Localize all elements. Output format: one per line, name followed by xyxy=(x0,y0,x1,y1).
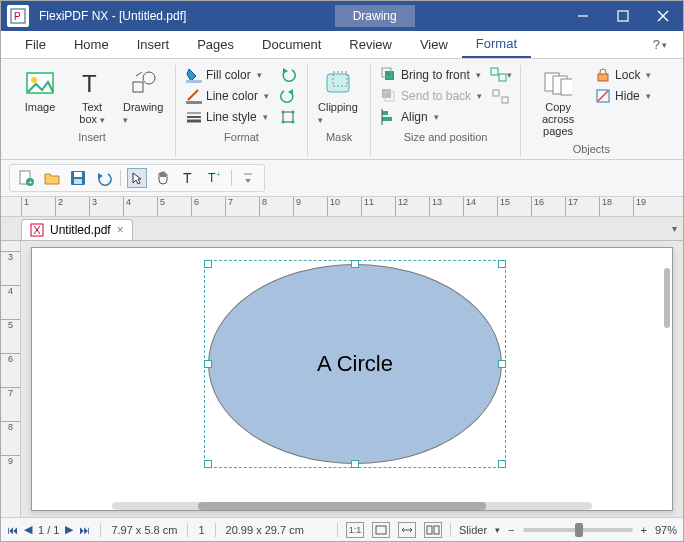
svg-rect-47 xyxy=(74,179,82,184)
tab-view[interactable]: View xyxy=(406,31,462,58)
svg-point-20 xyxy=(292,111,295,114)
qa-new-button[interactable]: + xyxy=(16,168,36,188)
handle-bm[interactable] xyxy=(351,460,359,468)
tab-file[interactable]: File xyxy=(11,31,60,58)
handle-bl[interactable] xyxy=(204,460,212,468)
close-button[interactable] xyxy=(643,1,683,31)
page[interactable]: A Circle xyxy=(31,247,673,511)
page-last-button[interactable]: ⏭ xyxy=(79,524,90,536)
tab-review[interactable]: Review xyxy=(335,31,406,58)
handle-ml[interactable] xyxy=(204,360,212,368)
bring-to-front-button[interactable]: Bring to front▾ xyxy=(379,65,484,85)
line-style-button[interactable]: Line style▾ xyxy=(184,107,271,127)
page-first-button[interactable]: ⏮ xyxy=(7,524,18,536)
zoom-slider[interactable] xyxy=(523,528,633,532)
handle-br[interactable] xyxy=(498,460,506,468)
insert-image-label: Image xyxy=(25,101,56,113)
lock-button[interactable]: Lock▾ xyxy=(593,65,653,85)
ruler-tick: 6 xyxy=(191,197,199,216)
hscroll-thumb[interactable] xyxy=(198,502,486,510)
svg-rect-46 xyxy=(74,172,82,177)
document-tab[interactable]: Untitled.pdf × xyxy=(21,219,133,240)
qa-text-button[interactable]: T xyxy=(179,168,199,188)
tab-insert[interactable]: Insert xyxy=(123,31,184,58)
ruler-vtick: 6 xyxy=(1,353,20,364)
ruler-vtick: 8 xyxy=(1,421,20,432)
page-prev-button[interactable]: ◀ xyxy=(24,523,32,536)
qa-hand-button[interactable] xyxy=(153,168,173,188)
ruler-horizontal[interactable]: /* ticks populated below */ 123456789101… xyxy=(1,197,683,217)
canvas[interactable]: A Circle xyxy=(21,241,683,517)
group-button[interactable]: ▾ xyxy=(490,65,512,85)
qa-pointer-button[interactable] xyxy=(127,168,147,188)
qa-text-add-button[interactable]: T+ xyxy=(205,168,225,188)
document-tab-close[interactable]: × xyxy=(117,223,124,237)
fill-color-label: Fill color xyxy=(206,68,251,82)
view-facing-button[interactable] xyxy=(424,522,442,538)
tab-pages[interactable]: Pages xyxy=(183,31,248,58)
zoom-slider-knob[interactable] xyxy=(575,523,583,537)
document-area: /* ticks populated below */ 123456789101… xyxy=(1,197,683,517)
maximize-button[interactable] xyxy=(603,1,643,31)
insert-image-button[interactable]: Image xyxy=(17,65,63,115)
qa-save-button[interactable] xyxy=(68,168,88,188)
titlebar: P FlexiPDF NX - [Untitled.pdf] Drawing xyxy=(1,1,683,31)
copy-across-pages-button[interactable]: Copy across pages xyxy=(529,65,587,139)
insert-textbox-label: Text box xyxy=(79,101,104,125)
qa-undo-button[interactable] xyxy=(94,168,114,188)
send-to-back-button[interactable]: Send to back▾ xyxy=(379,86,484,106)
ellipse-shape[interactable]: A Circle xyxy=(208,264,502,464)
handle-tm[interactable] xyxy=(351,260,359,268)
handle-tl[interactable] xyxy=(204,260,212,268)
clipping-button[interactable]: Clipping xyxy=(316,65,362,127)
tab-document[interactable]: Document xyxy=(248,31,335,58)
group-format-label: Format xyxy=(224,129,259,145)
zoom-in-button[interactable]: + xyxy=(641,524,647,536)
svg-rect-29 xyxy=(382,111,388,115)
page-counter[interactable]: 1 / 1 xyxy=(38,524,59,536)
shape-text: A Circle xyxy=(317,351,393,377)
ruler-vertical[interactable]: 3456789 xyxy=(1,241,21,517)
svg-rect-3 xyxy=(618,11,628,21)
selected-shape[interactable]: A Circle xyxy=(208,264,502,464)
svg-rect-27 xyxy=(382,89,391,98)
fill-color-button[interactable]: Fill color▾ xyxy=(184,65,271,85)
horizontal-scrollbar[interactable] xyxy=(112,502,592,510)
tab-home[interactable]: Home xyxy=(60,31,123,58)
rotate-left-button[interactable] xyxy=(277,65,299,85)
hide-button[interactable]: Hide▾ xyxy=(593,86,653,106)
zoom-out-button[interactable]: − xyxy=(508,524,514,536)
clipping-icon xyxy=(325,69,353,97)
handle-mr[interactable] xyxy=(498,360,506,368)
ungroup-button[interactable] xyxy=(490,87,512,107)
insert-textbox-button[interactable]: T Text box xyxy=(69,65,115,127)
svg-rect-11 xyxy=(186,80,202,83)
insert-drawing-button[interactable]: Drawing xyxy=(121,65,167,127)
align-button[interactable]: Align▾ xyxy=(379,107,484,127)
qa-open-button[interactable] xyxy=(42,168,62,188)
line-color-button[interactable]: Line color▾ xyxy=(184,86,271,106)
svg-point-10 xyxy=(143,72,155,84)
view-single-button[interactable]: 1:1 xyxy=(346,522,364,538)
page-next-button[interactable]: ▶ xyxy=(65,523,73,536)
bring-to-front-icon xyxy=(381,67,397,83)
svg-text:+: + xyxy=(28,178,33,186)
document-tabs: Untitled.pdf × ▾ xyxy=(1,217,683,241)
help-button[interactable]: ?▾ xyxy=(647,31,673,58)
handle-tr[interactable] xyxy=(498,260,506,268)
zoom-percent[interactable]: 97% xyxy=(655,524,677,536)
drawing-icon xyxy=(130,69,158,97)
tab-format[interactable]: Format xyxy=(462,31,531,58)
document-tabs-menu[interactable]: ▾ xyxy=(672,223,677,234)
rotate-right-button[interactable] xyxy=(277,86,299,106)
view-fit-button[interactable] xyxy=(372,522,390,538)
minimize-button[interactable] xyxy=(563,1,603,31)
ruler-vtick: 3 xyxy=(1,251,20,262)
vertical-scrollbar[interactable] xyxy=(664,268,670,328)
line-style-icon xyxy=(186,109,202,125)
qa-more-button[interactable] xyxy=(238,168,258,188)
transform-button[interactable] xyxy=(277,107,299,127)
context-tab-drawing[interactable]: Drawing xyxy=(335,5,415,27)
svg-rect-57 xyxy=(427,526,432,534)
view-width-button[interactable] xyxy=(398,522,416,538)
